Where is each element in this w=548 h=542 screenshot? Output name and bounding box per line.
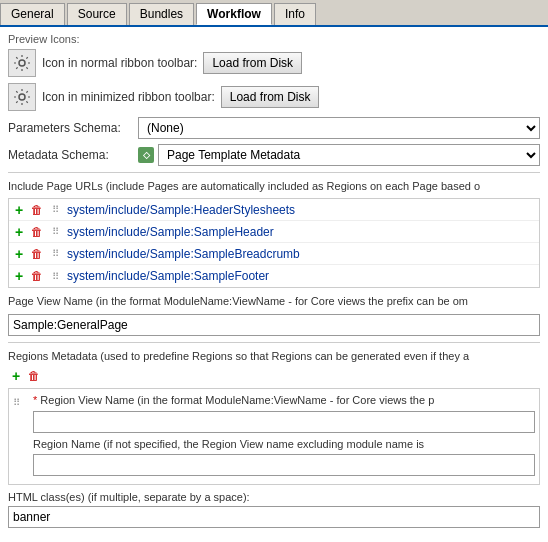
delete-url-button-3[interactable]: 🗑 <box>29 246 45 262</box>
add-region-button[interactable]: + <box>8 368 24 384</box>
page-view-label: Page View Name (in the format ModuleName… <box>8 294 540 309</box>
load-from-disk-button-2[interactable]: Load from Disk <box>221 86 320 108</box>
delete-url-button-4[interactable]: 🗑 <box>29 268 45 284</box>
list-item: + 🗑 ⠿ system/include/Sample:SampleHeader <box>9 221 539 243</box>
add-url-button-2[interactable]: + <box>11 224 27 240</box>
list-item: + 🗑 ⠿ system/include/Sample:SampleFooter <box>9 265 539 287</box>
region-name-label: Region Name (if not specified, the Regio… <box>33 437 535 452</box>
add-url-button-4[interactable]: + <box>11 268 27 284</box>
metadata-schema-row: Metadata Schema: ◇ Page Template Metadat… <box>8 144 540 166</box>
url-item-text-3: system/include/Sample:SampleBreadcrumb <box>65 247 537 261</box>
page-view-input[interactable] <box>8 314 540 336</box>
tab-workflow[interactable]: Workflow <box>196 3 272 25</box>
url-item-text-1: system/include/Sample:HeaderStylesheets <box>65 203 537 217</box>
metadata-schema-wrapper: ◇ Page Template Metadata <box>138 144 540 166</box>
html-classes-label: HTML class(es) (if multiple, separate by… <box>8 491 540 503</box>
tab-source[interactable]: Source <box>67 3 127 25</box>
regions-header: + 🗑 <box>8 368 540 384</box>
html-classes-input[interactable] <box>8 506 540 528</box>
list-item: + 🗑 ⠿ system/include/Sample:HeaderStyles… <box>9 199 539 221</box>
regions-label: Regions Metadata (used to predefine Regi… <box>8 349 540 364</box>
divider-1 <box>8 172 540 173</box>
main-content: Preview Icons: Icon in normal ribbon too… <box>0 27 548 542</box>
html-classes-section: HTML class(es) (if multiple, separate by… <box>8 491 540 528</box>
regions-content: ⠿ * Region View Name (in the format Modu… <box>8 388 540 485</box>
region-drag-handle[interactable]: ⠿ <box>13 393 33 409</box>
region-view-name-input[interactable] <box>33 411 535 433</box>
page-view-section: Page View Name (in the format ModuleName… <box>8 294 540 335</box>
tab-general[interactable]: General <box>0 3 65 25</box>
url-list: + 🗑 ⠿ system/include/Sample:HeaderStyles… <box>8 198 540 288</box>
regions-section: Regions Metadata (used to predefine Regi… <box>8 349 540 485</box>
delete-url-button-1[interactable]: 🗑 <box>29 202 45 218</box>
region-view-name-label: * Region View Name (in the format Module… <box>33 393 535 408</box>
load-from-disk-button-1[interactable]: Load from Disk <box>203 52 302 74</box>
include-urls-label: Include Page URLs (include Pages are aut… <box>8 179 540 194</box>
metadata-schema-select[interactable]: Page Template Metadata <box>158 144 540 166</box>
add-url-button-3[interactable]: + <box>11 246 27 262</box>
delete-url-button-2[interactable]: 🗑 <box>29 224 45 240</box>
normal-icon-placeholder <box>8 49 36 77</box>
preview-icons-label: Preview Icons: <box>8 33 540 45</box>
url-item-text-2: system/include/Sample:SampleHeader <box>65 225 537 239</box>
svg-point-0 <box>19 60 25 66</box>
normal-icon-row: Icon in normal ribbon toolbar: Load from… <box>8 49 540 77</box>
metadata-schema-icon: ◇ <box>138 147 154 163</box>
minimized-icon-placeholder <box>8 83 36 111</box>
svg-point-1 <box>19 94 25 100</box>
minimized-icon-label: Icon in minimized ribbon toolbar: <box>42 90 215 104</box>
drag-handle-2[interactable]: ⠿ <box>47 224 63 240</box>
parameters-schema-label: Parameters Schema: <box>8 121 138 135</box>
normal-icon-label: Icon in normal ribbon toolbar: <box>42 56 197 70</box>
metadata-schema-label: Metadata Schema: <box>8 148 138 162</box>
minimized-icon-row: Icon in minimized ribbon toolbar: Load f… <box>8 83 540 111</box>
delete-region-button[interactable]: 🗑 <box>26 368 42 384</box>
tab-bar: General Source Bundles Workflow Info <box>0 0 548 27</box>
divider-2 <box>8 342 540 343</box>
gear-small-icon <box>13 88 31 106</box>
list-item: + 🗑 ⠿ system/include/Sample:SampleBreadc… <box>9 243 539 265</box>
tab-bundles[interactable]: Bundles <box>129 3 194 25</box>
parameters-schema-select[interactable]: (None) <box>138 117 540 139</box>
region-view-field: * Region View Name (in the format Module… <box>33 393 535 432</box>
add-url-button-1[interactable]: + <box>11 202 27 218</box>
drag-handle-3[interactable]: ⠿ <box>47 246 63 262</box>
drag-handle-1[interactable]: ⠿ <box>47 202 63 218</box>
gear-icon <box>13 54 31 72</box>
region-name-field: Region Name (if not specified, the Regio… <box>33 437 535 476</box>
tab-info[interactable]: Info <box>274 3 316 25</box>
url-item-text-4: system/include/Sample:SampleFooter <box>65 269 537 283</box>
parameters-schema-row: Parameters Schema: (None) <box>8 117 540 139</box>
region-name-input[interactable] <box>33 454 535 476</box>
drag-handle-4[interactable]: ⠿ <box>47 268 63 284</box>
tabs-container: General Source Bundles Workflow Info <box>0 0 548 27</box>
